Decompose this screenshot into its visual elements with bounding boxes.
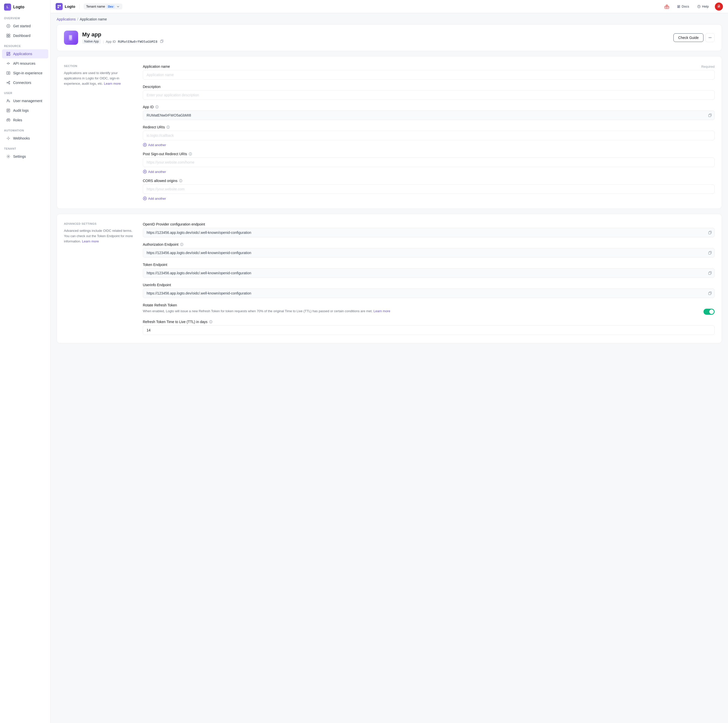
section-learn-more[interactable]: Learn more — [104, 82, 121, 86]
description-input[interactable] — [143, 90, 714, 100]
svg-rect-21 — [58, 7, 59, 8]
sidebar-item-api-resources[interactable]: API resources — [2, 59, 48, 68]
logo: Logto — [56, 3, 75, 10]
sidebar-item-label: Webhooks — [13, 136, 30, 140]
connectors-icon — [6, 80, 11, 85]
svg-rect-17 — [9, 119, 10, 121]
field-label-redirect-uris: Redirect URIs — [143, 125, 714, 129]
help-button[interactable]: Help — [695, 3, 711, 9]
field-label-description: Description — [143, 85, 714, 89]
app-id-value: RUMatENw0rFWO5aGbMI8 — [118, 40, 158, 43]
refresh-token-ttl-info-icon[interactable] — [209, 320, 213, 324]
field-label-post-signout: Post Sign-out Redirect URIs — [143, 152, 714, 156]
api-icon — [6, 61, 11, 66]
sidebar-item-label: User management — [13, 99, 42, 103]
svg-rect-7 — [7, 55, 8, 56]
authorization-endpoint-copy-button[interactable] — [708, 251, 712, 255]
add-another-redirect-label: Add another — [148, 143, 166, 147]
compass-icon — [6, 24, 11, 28]
post-signout-info-icon[interactable] — [188, 152, 193, 156]
app-id-info-icon[interactable] — [155, 105, 159, 109]
app-id-separator: | — [103, 40, 104, 43]
sidebar-item-sign-in-experience[interactable]: Sign-in experience — [2, 69, 48, 78]
field-required-badge: Required — [701, 65, 714, 69]
section-layout-advanced: ADVANCED SETTINGS Advanced settings incl… — [64, 222, 714, 335]
sidebar-item-roles[interactable]: Roles — [2, 116, 48, 125]
svg-rect-26 — [69, 35, 72, 39]
sidebar-item-settings[interactable]: Settings — [2, 152, 48, 161]
advanced-learn-more[interactable]: Learn more — [82, 239, 99, 243]
post-signout-input[interactable] — [143, 157, 714, 167]
section-info-advanced: ADVANCED SETTINGS Advanced settings incl… — [64, 222, 135, 335]
settings-card-main: SECTION Applications are used to identif… — [57, 56, 722, 209]
tenant-name: Tenant name — [86, 5, 105, 8]
sidebar-item-label: Get started — [13, 24, 31, 28]
add-another-post-signout-button[interactable]: Add another — [143, 170, 166, 174]
docs-button[interactable]: Docs — [675, 3, 691, 9]
svg-rect-19 — [58, 5, 59, 6]
applications-icon — [6, 52, 11, 56]
add-another-cors-button[interactable]: Add another — [143, 196, 166, 200]
page-body: My app Native App | App ID RUMatENw0rFWO… — [50, 24, 728, 358]
app-id-field-copy-button[interactable] — [708, 113, 712, 117]
redirect-uris-info-icon[interactable] — [166, 125, 170, 129]
rotate-refresh-token-learn-more[interactable]: Learn more — [373, 309, 390, 313]
app-header-card: My app Native App | App ID RUMatENw0rFWO… — [57, 24, 722, 51]
sidebar-item-webhooks[interactable]: Webhooks — [2, 134, 48, 143]
plus-circle-icon — [143, 170, 147, 174]
gift-icon[interactable] — [663, 3, 671, 11]
field-label-refresh-token-ttl: Refresh Token Time to Live (TTL) in days — [143, 320, 714, 324]
sidebar-item-get-started[interactable]: Get started — [2, 21, 48, 31]
svg-point-14 — [7, 99, 9, 101]
sidebar-section-automation: AUTOMATION — [0, 125, 50, 133]
field-label-openid-provider: OpenID Provider configuration endpoint — [143, 222, 714, 226]
main-content: Logto Tenant name Dev Docs — [50, 0, 728, 723]
rotate-refresh-token-toggle[interactable] — [704, 309, 714, 315]
app-id-copy-button[interactable] — [159, 39, 164, 44]
sidebar-section-tenant: TENANT — [0, 143, 50, 152]
docs-label: Docs — [682, 5, 689, 8]
field-header-app-name: Application name Required — [143, 64, 714, 69]
app-id-label: App ID — [106, 40, 116, 43]
svg-point-27 — [70, 40, 71, 40]
sidebar-item-audit-logs[interactable]: Audit logs — [2, 106, 48, 115]
openid-provider-copy-button[interactable] — [708, 231, 712, 235]
sidebar-item-label: Sign-in experience — [13, 71, 43, 75]
ellipsis-icon — [708, 36, 712, 40]
help-label: Help — [702, 5, 709, 8]
tenant-selector[interactable]: Tenant name Dev — [84, 3, 122, 9]
svg-rect-5 — [9, 36, 10, 37]
userinfo-endpoint-copy-button[interactable] — [708, 291, 712, 295]
token-endpoint-copy-button[interactable] — [708, 271, 712, 275]
cors-input[interactable] — [143, 184, 714, 194]
app-info: My app Native App | App ID RUMatENw0rFWO… — [82, 31, 164, 44]
svg-rect-33 — [708, 115, 711, 117]
redirect-uri-input[interactable] — [143, 131, 714, 140]
sidebar-item-connectors[interactable]: Connectors — [2, 78, 48, 87]
refresh-token-ttl-input[interactable] — [143, 326, 714, 335]
add-another-post-signout-label: Add another — [148, 170, 166, 174]
svg-rect-43 — [708, 272, 711, 275]
section-label-main: SECTION — [64, 64, 135, 67]
sidebar-item-applications[interactable]: Applications — [2, 49, 48, 58]
sidebar-item-dashboard[interactable]: Dashboard — [2, 31, 48, 40]
app-name-input[interactable] — [143, 70, 714, 79]
app-type-badge: Native App — [82, 39, 101, 44]
sidebar-item-user-management[interactable]: User management — [2, 96, 48, 105]
svg-rect-3 — [9, 34, 10, 36]
openid-provider-wrapper — [143, 228, 714, 237]
check-guide-button[interactable]: Check Guide — [673, 34, 704, 42]
user-avatar[interactable]: Й — [715, 3, 723, 11]
more-options-button[interactable] — [705, 33, 714, 42]
sidebar-item-label: Settings — [13, 154, 26, 159]
authorization-endpoint-info-icon[interactable] — [180, 242, 184, 246]
cors-info-icon[interactable] — [179, 179, 183, 183]
field-group-redirect-uris: Redirect URIs Add another — [143, 125, 714, 147]
field-group-refresh-token-ttl: Refresh Token Time to Live (TTL) in days — [143, 320, 714, 335]
field-group-app-id: App ID — [143, 105, 714, 120]
breadcrumb-parent[interactable]: Applications — [57, 17, 76, 21]
svg-point-1 — [8, 26, 9, 26]
app-id-field — [143, 110, 714, 120]
add-another-redirect-button[interactable]: Add another — [143, 143, 166, 147]
app-id-field-wrapper — [143, 110, 714, 120]
